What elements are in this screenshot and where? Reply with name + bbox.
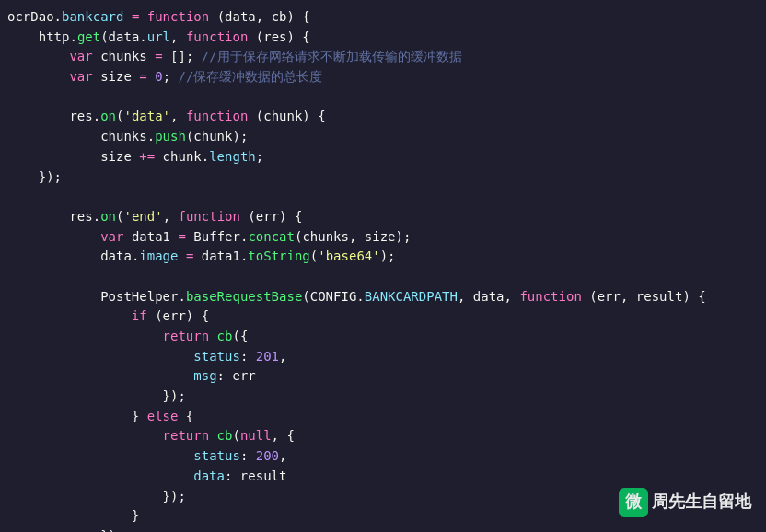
watermark-text: 周先生自留地 [652, 490, 751, 515]
watermark: 微 周先生自留地 [619, 488, 751, 517]
code-editor: ocrDao.bankcard = function (data, cb) { … [0, 0, 766, 532]
code-content: ocrDao.bankcard = function (data, cb) { … [7, 7, 766, 532]
wechat-logo: 微 [619, 488, 648, 517]
